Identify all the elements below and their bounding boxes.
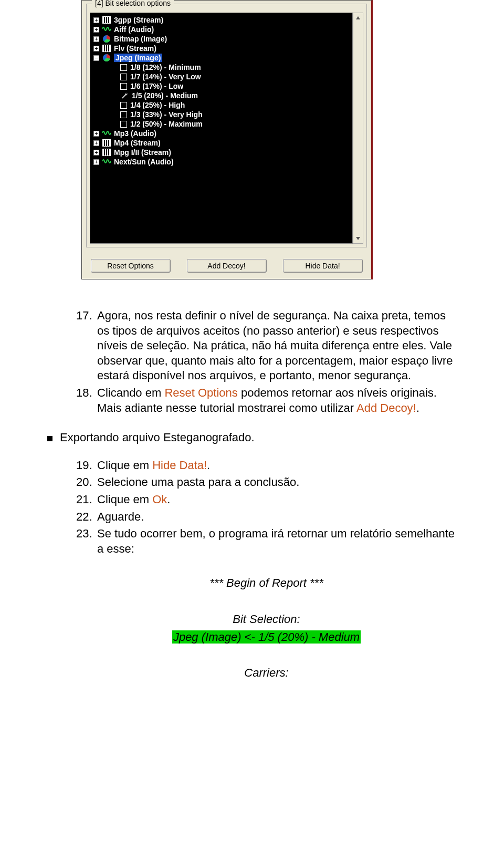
file-type-tree[interactable]: +3gpp (Stream)+Aiff (Audio)+Bitmap (Imag… <box>90 13 353 244</box>
step-19: 19. Clique em Hide Data!. <box>76 458 457 473</box>
hide-data-button[interactable]: Hide Data! <box>283 259 363 273</box>
tree-item[interactable]: +Mpg I/II (Stream) <box>90 148 352 157</box>
tree-item-label: 1/2 (50%) - Maximum <box>130 120 203 128</box>
section-title: Exportando arquivo Esteganografado. <box>60 430 255 445</box>
tree-expander[interactable]: + <box>93 150 99 155</box>
step-number: 22. <box>76 510 97 525</box>
add-decoy-button[interactable]: Add Decoy! <box>187 259 267 273</box>
step-18: 18. Clicando em Reset Options podemos re… <box>76 386 457 416</box>
tree-item-label: Next/Sun (Audio) <box>114 158 174 166</box>
tree-expander[interactable]: + <box>93 46 99 51</box>
tree-item[interactable]: +Aiff (Audio) <box>90 25 352 34</box>
bit-selection-fieldset: [4] Bit selection options +3gpp (Stream)… <box>86 4 367 247</box>
checkbox-icon[interactable] <box>120 111 127 118</box>
wrench-icon <box>120 91 129 100</box>
tree-item[interactable]: +Mp3 (Audio) <box>90 129 352 138</box>
tree-subitem[interactable]: 1/2 (50%) - Maximum <box>90 119 352 129</box>
app-panel: [4] Bit selection options +3gpp (Stream)… <box>81 0 373 279</box>
checkbox-icon[interactable] <box>120 121 127 128</box>
stream-icon <box>102 45 111 52</box>
text: Clique em <box>97 493 152 506</box>
step-number: 21. <box>76 492 97 507</box>
scroll-up-icon[interactable] <box>353 13 363 23</box>
tree-item-label: 1/8 (12%) - Minimum <box>130 63 201 71</box>
pie-chart-icon <box>102 54 111 62</box>
link-hide-data: Hide Data! <box>152 459 207 472</box>
tree-expander[interactable]: + <box>93 159 99 165</box>
step-text: Se tudo ocorrer bem, o programa irá reto… <box>97 526 457 556</box>
report-bit-selection-heading: Bit Selection: <box>76 610 457 628</box>
button-row: Reset Options Add Decoy! Hide Data! <box>82 254 371 279</box>
reset-options-button[interactable]: Reset Options <box>91 259 171 273</box>
step-text: Clique em Ok. <box>97 492 457 507</box>
tree-item-label: Jpeg (Image) <box>114 54 162 62</box>
audio-wave-icon <box>102 158 111 166</box>
text: Clicando em <box>97 386 164 399</box>
step-number: 23. <box>76 526 97 556</box>
tree-item[interactable]: +Mp4 (Stream) <box>90 138 352 148</box>
report-bit-selection-value: Jpeg (Image) <- 1/5 (20%) - Medium <box>172 630 361 644</box>
step-text: Clique em Hide Data!. <box>97 458 457 473</box>
section-heading: Exportando arquivo Esteganografado. <box>47 430 457 445</box>
checkbox-icon[interactable] <box>120 102 127 109</box>
fieldset-legend: [4] Bit selection options <box>92 0 174 7</box>
step-text: Selecione uma pasta para a conclusão. <box>97 475 457 490</box>
text: Clique em <box>97 459 152 472</box>
step-text: Clicando em Reset Options podemos retorn… <box>97 386 457 416</box>
checkbox-icon[interactable] <box>120 83 127 90</box>
tree-item[interactable]: +3gpp (Stream) <box>90 15 352 25</box>
stream-icon <box>102 139 111 147</box>
report-carriers-heading: Carriers: <box>76 664 457 682</box>
link-reset-options: Reset Options <box>164 386 237 399</box>
step-number: 19. <box>76 458 97 473</box>
tree-item[interactable]: +Flv (Stream) <box>90 44 352 53</box>
audio-wave-icon <box>102 25 111 34</box>
tree-item-label: 1/7 (14%) - Very Low <box>130 72 201 81</box>
step-20: 20. Selecione uma pasta para a conclusão… <box>76 475 457 490</box>
tree-item-label: 1/3 (33%) - Very High <box>130 110 203 119</box>
step-22: 22. Aguarde. <box>76 510 457 525</box>
tree-subitem[interactable]: 1/5 (20%) - Medium <box>90 91 352 100</box>
tree-subitem[interactable]: 1/8 (12%) - Minimum <box>90 63 352 72</box>
report-begin: *** Begin of Report *** <box>76 574 457 592</box>
step-17: 17. Agora, nos resta definir o nível de … <box>76 308 457 383</box>
tree-subitem[interactable]: 1/4 (25%) - High <box>90 100 352 110</box>
tree-subitem[interactable]: 1/6 (17%) - Low <box>90 81 352 91</box>
scroll-down-icon[interactable] <box>353 234 363 243</box>
tree-item-label: 1/5 (20%) - Medium <box>132 91 198 100</box>
pie-chart-icon <box>102 35 111 43</box>
tree-expander[interactable]: + <box>93 36 99 42</box>
tree-item[interactable]: +Next/Sun (Audio) <box>90 157 352 167</box>
tree-item[interactable]: +Bitmap (Image) <box>90 34 352 44</box>
checkbox-icon[interactable] <box>120 74 127 80</box>
step-text: Aguarde. <box>97 510 457 525</box>
tree-subitem[interactable]: 1/3 (33%) - Very High <box>90 110 352 119</box>
stream-icon <box>102 149 111 156</box>
tree-item-label: 1/6 (17%) - Low <box>130 82 183 90</box>
step-number: 20. <box>76 475 97 490</box>
tree-item-label: Mp4 (Stream) <box>114 139 161 147</box>
tree-expander[interactable]: + <box>93 27 99 33</box>
report-block: *** Begin of Report *** Bit Selection: J… <box>76 574 457 682</box>
step-23: 23. Se tudo ocorrer bem, o programa irá … <box>76 526 457 556</box>
link-ok: Ok <box>152 493 167 506</box>
tree-subitem[interactable]: 1/7 (14%) - Very Low <box>90 72 352 81</box>
step-text: Agora, nos resta definir o nível de segu… <box>97 308 457 383</box>
audio-wave-icon <box>102 129 111 138</box>
tree-expander[interactable]: + <box>93 131 99 137</box>
tree-item-jpeg[interactable]: −Jpeg (Image) <box>90 53 352 63</box>
text: . <box>416 401 419 414</box>
tree-expander[interactable]: − <box>93 55 99 61</box>
tree-item-label: Bitmap (Image) <box>114 35 167 43</box>
text: . <box>207 459 210 472</box>
tree-expander[interactable]: + <box>93 140 99 146</box>
tree-expander[interactable]: + <box>93 17 99 23</box>
document-body: 17. Agora, nos resta definir o nível de … <box>76 308 457 682</box>
step-21: 21. Clique em Ok. <box>76 492 457 507</box>
bullet-icon <box>47 436 52 441</box>
tree-item-label: Aiff (Audio) <box>114 25 154 34</box>
scrollbar[interactable] <box>353 13 363 244</box>
text: . <box>167 493 170 506</box>
checkbox-icon[interactable] <box>120 64 127 71</box>
step-number: 18. <box>76 386 97 416</box>
